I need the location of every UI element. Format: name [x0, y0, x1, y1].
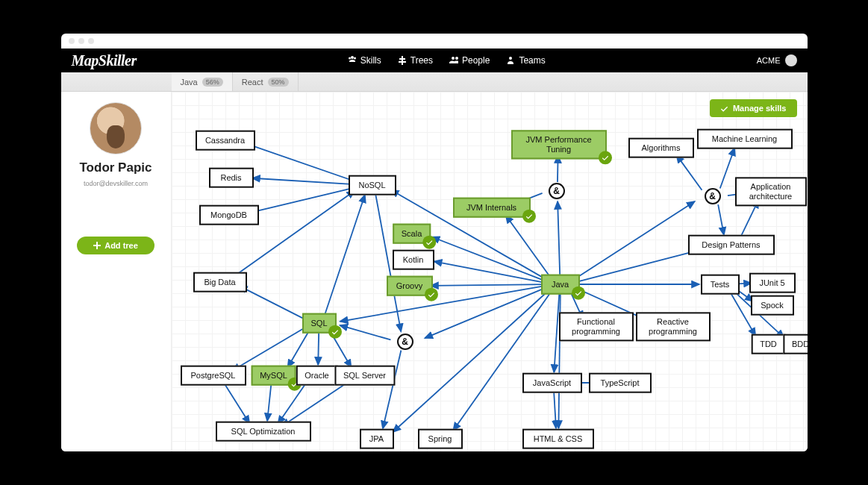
skill-node-spock[interactable]: Spock [751, 295, 794, 316]
skill-node-bdd[interactable]: BDD [783, 334, 808, 354]
skill-node-designpat[interactable]: Design Patterns [688, 235, 775, 255]
skill-node-sql[interactable]: SQL [302, 313, 336, 334]
skill-node-apparch[interactable]: Applicationarchitecture [735, 177, 807, 206]
edge [676, 155, 702, 190]
edge [252, 178, 357, 185]
skill-node-tests[interactable]: Tests [701, 275, 740, 295]
skill-node-cassandra[interactable]: Cassandra [196, 131, 255, 151]
nav-trees[interactable]: Trees [398, 55, 433, 66]
edge [340, 325, 390, 340]
check-badge-icon [522, 209, 536, 222]
edge [558, 201, 560, 275]
skill-node-reactprog[interactable]: Reactiveprogramming [636, 312, 711, 341]
skill-node-funprog[interactable]: Functionalprogramming [559, 312, 634, 341]
check-badge-icon [328, 325, 342, 338]
tab-pct-badge: 56% [202, 78, 223, 87]
skill-node-javascript[interactable]: JavaScript [522, 373, 582, 393]
app-window: MapSkiller SkillsTreesPeopleTeams ACME J… [61, 34, 808, 451]
edge [318, 332, 319, 365]
people-icon [449, 56, 458, 65]
edge [245, 143, 357, 182]
avatar-icon [785, 54, 797, 66]
skill-node-algorithms[interactable]: Algorithms [628, 138, 694, 158]
skill-node-junit[interactable]: JUnit 5 [749, 273, 796, 293]
edge [430, 284, 545, 286]
content: Todor Papic todor@devskiller.com Add tre… [61, 92, 808, 451]
skill-node-sqlserver[interactable]: SQL Server [334, 366, 395, 386]
check-badge-icon [422, 235, 436, 248]
edge [425, 287, 546, 338]
skill-node-sqlopt[interactable]: SQL Optimization [216, 422, 311, 442]
edge [267, 384, 271, 421]
check-icon [720, 104, 728, 113]
edge [239, 286, 305, 319]
edge [453, 291, 552, 430]
skill-node-spring[interactable]: Spring [418, 429, 463, 449]
tab-java[interactable]: Java56% [172, 72, 233, 91]
skill-node-ml[interactable]: Machine Learning [697, 129, 793, 149]
user-avatar[interactable] [90, 102, 142, 154]
edge [719, 148, 734, 188]
and-junction: & [549, 183, 565, 199]
skill-node-jpa[interactable]: JPA [360, 429, 394, 449]
skill-tree-canvas[interactable]: CassandraRedisMongoDBNoSQLBig DataSQLPos… [172, 92, 808, 451]
skill-node-mongodb[interactable]: MongoDB [199, 205, 259, 225]
nav-skills[interactable]: Skills [348, 55, 381, 66]
edge [340, 286, 546, 322]
and-junction: & [397, 334, 413, 350]
edge [434, 261, 546, 283]
edge [382, 351, 401, 429]
skills-icon [348, 56, 357, 65]
edge [393, 290, 549, 432]
skill-node-kotlin[interactable]: Kotlin [393, 250, 434, 270]
nav-people[interactable]: People [449, 55, 490, 66]
skill-node-groovy[interactable]: Groovy [387, 276, 433, 296]
sidebar: Todor Papic todor@devskiller.com Add tre… [61, 92, 172, 451]
window-controls [69, 38, 94, 44]
skill-node-oracle[interactable]: Oracle [296, 366, 337, 386]
skill-node-jvmint[interactable]: JVM Internals [453, 198, 531, 218]
edge [232, 191, 355, 278]
edge [325, 195, 365, 315]
skill-node-scala[interactable]: Scala [393, 224, 431, 244]
tab-react[interactable]: React50% [233, 72, 299, 91]
tenant-switcher[interactable]: ACME [757, 54, 797, 66]
canvas-wrap: Manage skills CassandraRedisMongoDBNoSQL… [172, 92, 808, 451]
and-junction: & [705, 188, 721, 204]
skill-node-postgresql[interactable]: PostgreSQL [181, 366, 246, 386]
skill-node-jvmperf[interactable]: JVM PerformanceTuning [511, 130, 607, 159]
teams-icon [506, 56, 515, 65]
skill-node-bigdata[interactable]: Big Data [193, 272, 247, 292]
app-logo[interactable]: MapSkiller [72, 52, 137, 69]
skill-node-nosql[interactable]: NoSQL [349, 175, 396, 195]
edge [718, 204, 724, 235]
edge [232, 327, 306, 371]
user-name: Todor Papic [80, 160, 152, 175]
skill-node-typescript[interactable]: TypeScript [589, 373, 652, 393]
nav-teams[interactable]: Teams [506, 55, 545, 66]
skill-node-redis[interactable]: Redis [209, 168, 254, 188]
topbar: MapSkiller SkillsTreesPeopleTeams ACME [61, 48, 808, 72]
skill-node-htmlcss[interactable]: HTML & CSS [522, 429, 594, 449]
tab-pct-badge: 50% [268, 78, 289, 87]
user-email: todor@devskiller.com [84, 180, 148, 187]
plus-icon [93, 242, 101, 249]
edge [431, 237, 546, 282]
edge [223, 382, 249, 424]
tree-tabs: Java56%React50% [61, 72, 808, 92]
main-nav: SkillsTreesPeopleTeams [348, 55, 546, 66]
skill-node-java[interactable]: Java [541, 275, 580, 295]
trees-icon [398, 56, 407, 65]
check-badge-icon [572, 286, 585, 299]
manage-skills-button[interactable]: Manage skills [710, 99, 797, 117]
tenant-name: ACME [757, 56, 781, 65]
check-badge-icon [425, 287, 438, 301]
edge [573, 201, 694, 280]
skill-node-tdd[interactable]: TDD [751, 334, 786, 354]
skill-node-mysql[interactable]: MySQL [251, 366, 296, 386]
add-tree-button[interactable]: Add tree [77, 237, 154, 254]
edge [554, 392, 556, 428]
